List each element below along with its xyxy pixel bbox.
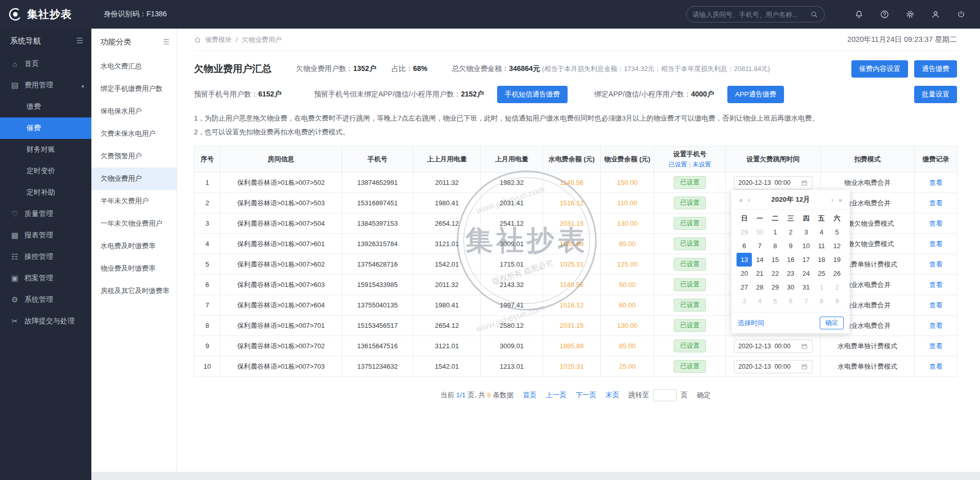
view-record-link[interactable]: 查看 [929,301,943,309]
reminder-content-settings-button[interactable]: 催费内容设置 [851,60,908,78]
calendar-title[interactable]: 2020年 12月 [753,195,829,204]
function-item[interactable]: 房租及其它及时缴费率 [91,280,177,302]
phone-set-badge[interactable]: 已设置 [674,237,706,250]
trip-time-input[interactable]: 2020-12-13 00:00 [734,340,813,353]
calendar-day[interactable]: 1 [768,225,783,239]
function-item[interactable]: 半年未欠费用户 [91,190,177,212]
calendar-day[interactable]: 6 [783,294,798,308]
calendar-icon[interactable] [801,363,808,370]
trip-time-input[interactable]: 2020-12-13 00:00 [734,176,813,189]
calendar-day[interactable]: 8 [768,239,783,253]
calendar-day[interactable]: 29 [737,225,752,239]
next-year-arrow[interactable]: » [836,196,845,204]
sidebar-item[interactable]: 定时补助 [0,182,91,203]
calendar-day[interactable]: 31 [798,280,814,294]
filter-set-link[interactable]: 已设置 [669,161,687,168]
phone-set-badge[interactable]: 已设置 [674,319,706,332]
calendar-day[interactable]: 27 [737,280,752,294]
calendar-day[interactable]: 5 [829,225,845,239]
calendar-day[interactable]: 9 [829,294,845,308]
calendar-day[interactable]: 13 [737,253,752,267]
calendar-day[interactable]: 15 [768,253,783,267]
phone-set-badge[interactable]: 已设置 [674,197,706,209]
phone-set-badge[interactable]: 已设置 [674,360,706,373]
notice-payment-button[interactable]: 通告缴费 [914,60,957,78]
choose-time-link[interactable]: 选择时间 [738,319,764,328]
view-record-link[interactable]: 查看 [929,199,943,207]
calendar-day[interactable]: 29 [768,280,783,294]
next-month-arrow[interactable]: › [828,196,836,204]
phone-set-badge[interactable]: 已设置 [674,258,706,271]
view-record-link[interactable]: 查看 [929,322,943,329]
calendar-day[interactable]: 23 [783,267,798,280]
calendar-ok-button[interactable]: 确定 [820,317,844,329]
calendar-day[interactable]: 28 [752,280,767,294]
calendar-day[interactable]: 22 [768,267,783,280]
calendar-day[interactable]: 3 [737,294,752,308]
calendar-day[interactable]: 4 [814,225,829,239]
function-item[interactable]: 欠费未保水电用户 [91,123,177,145]
sidebar-item[interactable]: 定时变价 [0,160,91,182]
notification-bell-icon[interactable] [854,10,864,19]
sidebar-item[interactable]: ▦ 报表管理 [0,225,91,246]
calendar-day[interactable]: 21 [752,267,767,280]
prev-year-arrow[interactable]: « [737,196,745,204]
page-jump-input[interactable] [653,389,677,401]
calendar-day[interactable]: 2 [783,225,798,239]
phone-set-badge[interactable]: 已设置 [674,176,706,189]
calendar-day[interactable]: 5 [768,294,783,308]
sidebar-item[interactable]: ⌂ 首页 [0,53,91,75]
phone-set-badge[interactable]: 已设置 [674,299,706,311]
function-item[interactable]: 欠费预警用户 [91,145,177,167]
sidebar-item[interactable]: ✂ 故障提交与处理 [0,310,91,332]
calendar-day[interactable]: 18 [814,253,829,267]
sidebar-collapse-icon[interactable]: ☰ [77,36,83,45]
function-item[interactable]: 绑定手机缴费用户数 [91,78,177,100]
function-item[interactable]: 水电费及时缴费率 [91,235,177,257]
function-collapse-icon[interactable]: ☰ [163,38,169,46]
search-icon[interactable] [810,10,818,18]
sidebar-item[interactable]: ☷ 操控管理 [0,246,91,268]
phone-set-badge[interactable]: 已设置 [674,217,706,230]
calendar-day[interactable]: 1 [814,280,829,294]
user-icon[interactable] [931,10,940,19]
calendar-day[interactable]: 20 [737,267,752,280]
phone-set-badge[interactable]: 已设置 [674,340,706,352]
sidebar-item[interactable]: 催费 [0,117,91,139]
sidebar-item[interactable]: ▣ 档案管理 [0,268,91,289]
function-item[interactable]: 欠物业费用户 [91,167,177,190]
calendar-day[interactable]: 16 [783,253,798,267]
calendar-day[interactable]: 3 [798,225,814,239]
view-record-link[interactable]: 查看 [929,220,943,227]
calendar-day[interactable]: 11 [814,239,829,253]
calendar-day[interactable]: 2 [829,280,845,294]
app-notice-button[interactable]: APP通告缴费 [727,86,784,103]
settings-gear-icon[interactable] [905,10,915,19]
calendar-day[interactable]: 14 [752,253,767,267]
function-item[interactable]: 水电欠费汇总 [91,55,177,78]
last-page-link[interactable]: 末页 [605,391,619,400]
calendar-day[interactable]: 30 [783,280,798,294]
function-item[interactable]: 物业费及时缴费率 [91,257,177,280]
calendar-day[interactable]: 26 [829,267,845,280]
calendar-day[interactable]: 12 [829,239,845,253]
sidebar-item[interactable]: 缴费 [0,96,91,117]
function-item[interactable]: 保电保水用户 [91,100,177,123]
jump-confirm-button[interactable]: 确定 [697,391,710,400]
view-record-link[interactable]: 查看 [929,240,943,248]
view-record-link[interactable]: 查看 [929,260,943,268]
calendar-day[interactable]: 7 [798,294,814,308]
prev-month-arrow[interactable]: ‹ [745,196,752,204]
calendar-day[interactable]: 10 [798,239,814,253]
prev-page-link[interactable]: 上一页 [546,391,567,400]
view-record-link[interactable]: 查看 [929,342,943,350]
search-input[interactable] [693,11,806,18]
sidebar-item[interactable]: ▤ 费用管理 ▴ [0,75,91,96]
power-icon[interactable] [957,10,966,19]
phone-set-badge[interactable]: 已设置 [674,278,706,291]
view-record-link[interactable]: 查看 [929,363,943,370]
sidebar-item[interactable]: 财务对账 [0,139,91,160]
global-search[interactable] [686,6,825,22]
calendar-day[interactable]: 4 [752,294,767,308]
calendar-day[interactable]: 17 [798,253,814,267]
